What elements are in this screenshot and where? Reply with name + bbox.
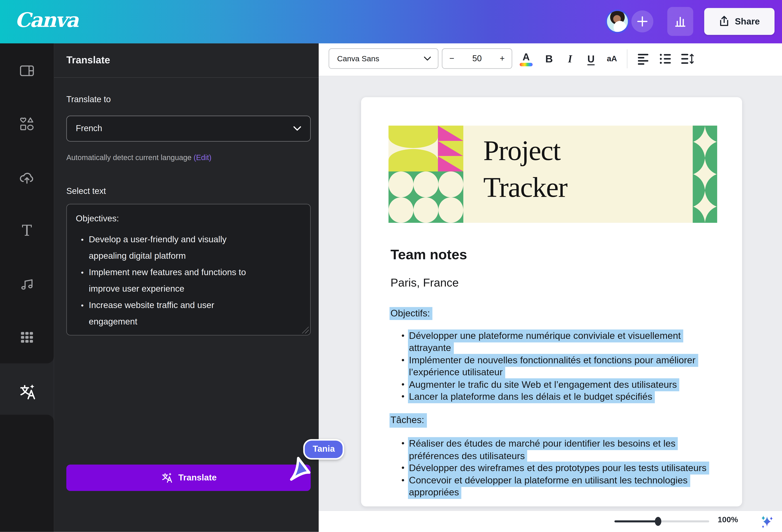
source-heading: Objectives: [76,211,301,225]
language-value: French [76,124,293,134]
doc-heading[interactable]: Team notes [390,247,714,263]
color-swatch [520,63,532,66]
source-item: • Develop a user-friendly and visuallyap… [76,231,301,264]
list-item: Développer une plateforme numérique conv… [402,330,714,354]
bullet-list-button[interactable] [657,49,675,68]
divider [627,49,628,68]
font-size-value: 50 [472,53,482,64]
list-item: Implémenter de nouvelles fonctionnalités… [402,354,714,379]
increase-font-icon[interactable]: + [500,53,505,64]
line-spacing-button[interactable] [679,49,697,68]
zoom-slider-handle[interactable] [655,517,662,526]
translate-panel: Translate Translate to French Automatica… [54,43,319,532]
music-note-icon [19,276,35,292]
canva-logo[interactable]: Canva [15,8,78,31]
apps-grid-icon [20,330,34,345]
bold-button[interactable]: B [540,49,558,68]
font-family-select[interactable]: Canva Sans [328,48,438,69]
zoom-slider-fill [614,521,658,523]
bullet-list: Réaliser des études de marché pour ident… [390,438,714,499]
source-item: • Implement new features and functions t… [76,264,301,297]
doc-section-objectifs: Objectifs: Développer une plateforme num… [390,307,714,403]
zoom-level: 100% [718,516,738,524]
list-item: Concevoir et développer la plateforme en… [402,474,714,499]
bullet-list: Développer une plateforme numérique conv… [390,330,714,403]
insights-button[interactable] [667,7,693,36]
decrease-font-icon[interactable]: − [449,53,454,64]
translate-button[interactable]: Translate [66,464,311,491]
source-item: • Increase website traffic and userengag… [76,297,301,330]
line-spacing-icon [681,53,694,65]
translate-icon [161,472,172,484]
font-family-value: Canva Sans [337,54,424,63]
document-banner[interactable]: Project Tracker [389,125,717,223]
bullet-list-icon [660,53,672,65]
language-select[interactable]: French [66,116,311,142]
banner-pattern-left [389,125,463,223]
cloud-upload-icon [19,169,36,186]
magic-sparkle-icon[interactable] [759,513,776,532]
sidebar-item-audio[interactable] [0,268,54,300]
app-rail: T [0,43,54,532]
doc-section-taches: Tâches: Réaliser des études de marché po… [390,403,714,499]
bar-chart-icon [674,15,687,28]
divider [54,77,319,78]
document-page[interactable]: Project Tracker Team notes Paris, France… [361,97,742,506]
sidebar-item-uploads[interactable] [0,161,54,193]
elements-icon [19,116,35,132]
translate-button-label: Translate [178,472,217,483]
create-new-button[interactable] [631,10,653,32]
select-text-label: Select text [66,186,106,196]
source-text-area[interactable]: Objectives: • Develop a user-friendly an… [66,204,311,335]
collaborator-cursor-icon [287,454,313,486]
alignment-button[interactable] [635,49,653,68]
rail-section-bottom [0,415,54,532]
upload-share-icon [719,15,730,28]
editor-canvas[interactable]: Project Tracker Team notes Paris, France… [319,76,782,510]
banner-pattern-right [692,125,717,223]
chevron-down-icon [424,56,431,61]
font-size-stepper[interactable]: − 50 + [442,48,512,69]
list-item: Lancer la plateforme dans les délais et … [402,391,714,403]
text-case-button[interactable]: aA [603,49,621,68]
rail-section-top [0,43,54,363]
share-label: Share [735,16,760,27]
text-icon: T [22,223,32,238]
text-color-button[interactable]: A [517,49,535,68]
underline-button[interactable]: U [582,49,600,68]
translate-to-label: Translate to [66,95,111,105]
canva-app: Canva Share [0,0,782,532]
doc-subheading[interactable]: Paris, France [390,276,714,290]
share-button[interactable]: Share [704,8,775,35]
document-body[interactable]: Team notes Paris, France Objectifs: Déve… [390,247,714,499]
plus-icon [637,16,648,27]
section-heading: Tâches: [390,413,427,428]
design-icon [19,63,35,79]
section-heading: Objectifs: [390,307,432,320]
list-item: Réaliser des études de marché pour ident… [402,438,714,462]
zoom-slider[interactable] [614,521,709,523]
sidebar-item-translate-active[interactable] [0,376,54,408]
status-bar: 100% [319,510,782,532]
edit-link[interactable]: (Edit) [193,153,212,161]
sidebar-item-text[interactable]: T [0,215,54,247]
list-item: Développer des wireframes et des prototy… [402,462,714,474]
auto-detect-text: Automatically detect current language (E… [66,153,211,161]
text-toolbar: Canva Sans − 50 + A B I U aA [319,43,782,76]
chevron-down-icon [293,126,301,131]
document-title[interactable]: Project Tracker [483,132,567,206]
top-bar: Canva Share [0,0,782,43]
list-item: Augmenter le trafic du site Web et l’eng… [402,379,714,391]
align-left-icon [638,53,650,65]
translate-icon [18,383,36,401]
sidebar-item-apps[interactable] [0,321,54,353]
resize-handle[interactable] [301,327,309,334]
sidebar-item-design[interactable] [0,55,54,87]
italic-button[interactable]: I [561,49,579,68]
panel-title: Translate [66,54,110,66]
sidebar-item-elements[interactable] [0,108,54,140]
avatar[interactable] [607,11,628,32]
